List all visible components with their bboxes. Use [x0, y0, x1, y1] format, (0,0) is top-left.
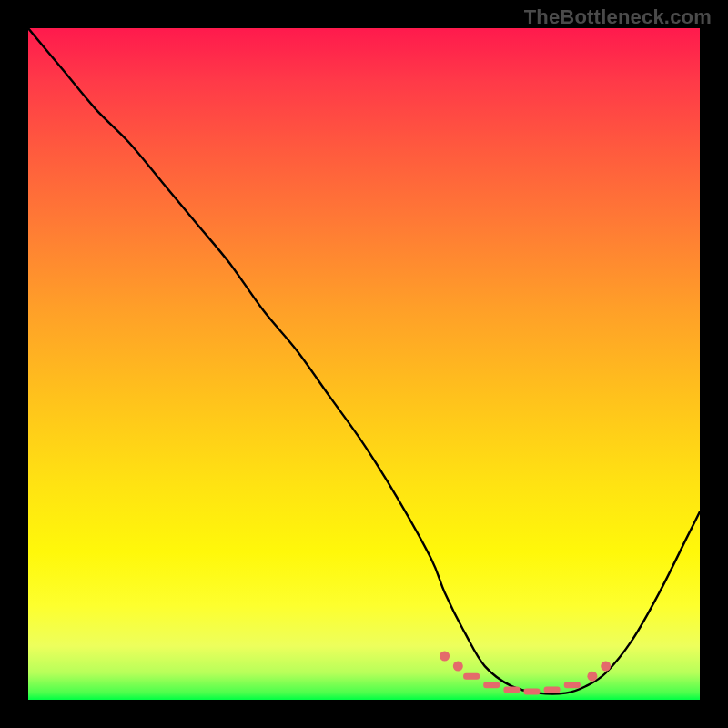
- marker-dash: [503, 686, 520, 693]
- chart-frame: TheBottleneck.com: [0, 0, 728, 728]
- marker-dot: [587, 672, 597, 682]
- curve-svg: [28, 28, 700, 700]
- bottleneck-curve: [28, 28, 700, 694]
- marker-dot: [453, 662, 463, 672]
- marker-dot: [601, 662, 611, 672]
- marker-dash: [524, 689, 541, 695]
- marker-dot: [440, 652, 450, 662]
- marker-dash: [483, 682, 500, 688]
- marker-group: [440, 652, 611, 695]
- marker-dash: [544, 686, 561, 693]
- marker-dash: [564, 682, 581, 688]
- watermark-text: TheBottleneck.com: [524, 5, 712, 29]
- marker-dash: [463, 673, 480, 680]
- plot-area: [28, 28, 700, 700]
